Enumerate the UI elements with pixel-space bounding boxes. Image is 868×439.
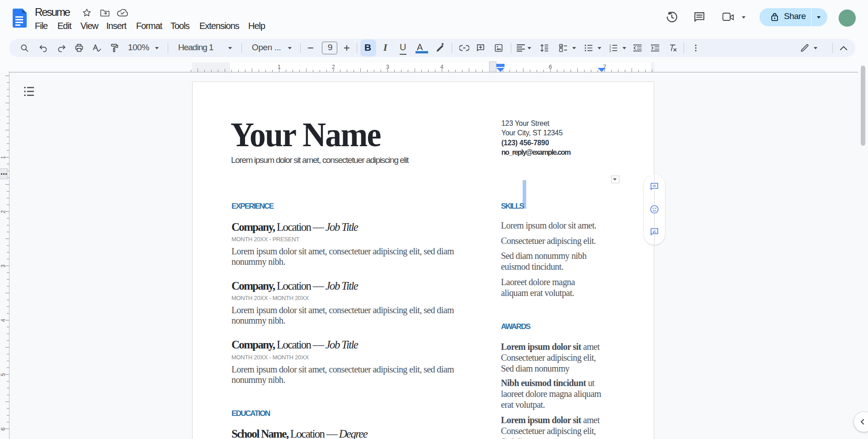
svg-text:3: 3: [609, 49, 611, 52]
